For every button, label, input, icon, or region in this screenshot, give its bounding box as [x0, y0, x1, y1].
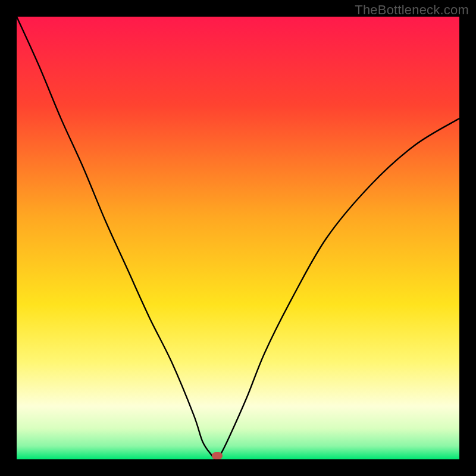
- bottleneck-curve: [17, 17, 459, 459]
- optimal-point-marker: [212, 452, 223, 459]
- gradient-background: [17, 17, 459, 459]
- plot-area: [17, 17, 459, 459]
- chart-frame: TheBottleneck.com: [0, 0, 476, 476]
- watermark-text: TheBottleneck.com: [355, 2, 469, 18]
